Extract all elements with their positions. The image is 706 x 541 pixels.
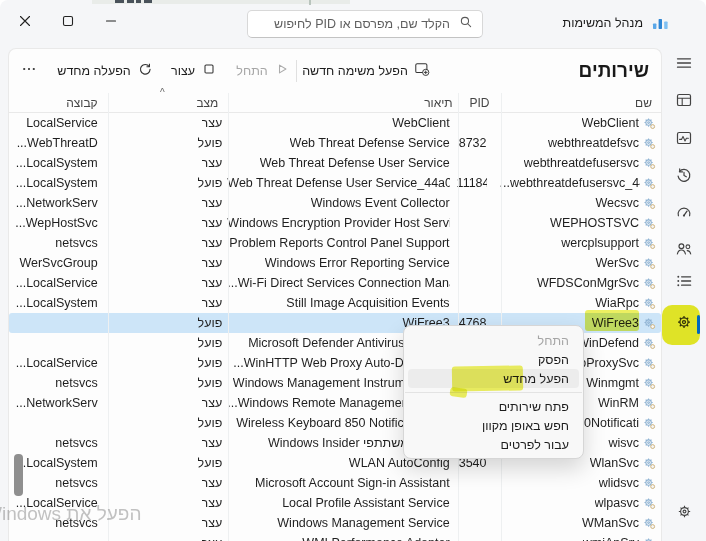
maximize-icon[interactable] xyxy=(57,10,79,32)
service-name: Winmgmt xyxy=(586,376,639,390)
service-cog-icon xyxy=(642,276,656,290)
service-name: wmiApSrv xyxy=(583,536,639,541)
service-cog-icon xyxy=(642,336,656,350)
service-cog-icon xyxy=(642,136,656,150)
service-group: ...LocalSystem xyxy=(16,296,98,310)
service-cog-icon xyxy=(642,476,656,490)
window-title: מנהל המשימות xyxy=(563,16,643,30)
table-row[interactable]: webthreatdefusersvc Web Threat Defense U… xyxy=(9,153,661,173)
task-manager-logo-icon xyxy=(652,14,669,31)
context-menu-item[interactable]: הפסק xyxy=(404,350,583,369)
service-description: Web Threat Defense Service xyxy=(290,136,450,150)
service-cog-icon xyxy=(642,356,656,370)
service-name: WManSvc xyxy=(582,516,639,530)
hamburger-menu-icon xyxy=(675,54,693,76)
app-history-icon xyxy=(675,166,693,188)
context-menu-item[interactable]: חפש באופן מקוון xyxy=(404,416,583,435)
service-description: ...Wi-Fi Direct Services Connection Mana… xyxy=(227,276,449,290)
restart-icon xyxy=(137,61,153,81)
active-tab-indicator xyxy=(697,315,700,334)
sidebar-item-users[interactable] xyxy=(662,235,706,267)
service-group: netsvcs xyxy=(55,436,97,450)
service-name: WiaRpc xyxy=(595,296,639,310)
minimize-icon[interactable] xyxy=(100,10,122,32)
table-row[interactable]: Wecsvc Windows Event Collector עצר ...Ne… xyxy=(9,193,661,213)
table-row[interactable]: WiaRpc Still Image Acquisition Events עצ… xyxy=(9,293,661,313)
restart-button[interactable]: הפעלה מחדש xyxy=(54,57,156,85)
services-icon xyxy=(675,313,693,335)
sidebar-item-app-history[interactable] xyxy=(662,161,706,193)
column-header-description[interactable]: תיאור xyxy=(227,93,456,112)
run-new-task-button[interactable]: הפעל משימה חדשה xyxy=(303,57,429,85)
service-group: ...LocalService xyxy=(16,356,98,370)
table-row[interactable]: WebClient WebClient עצר LocalService xyxy=(9,113,661,133)
content-panel: שירותים הפעל משימה חדשה התחל עצור הפעלה … xyxy=(8,48,662,541)
service-group: WerSvcGroup xyxy=(19,256,97,270)
service-description: Windows Encryption Provider Host Service xyxy=(227,216,449,230)
table-row[interactable]: WEPHOSTSVC Windows Encryption Provider H… xyxy=(9,213,661,233)
service-group: ...NetworkServ xyxy=(16,396,98,410)
service-name: WebClient xyxy=(582,116,639,130)
service-description: Windows Management Service xyxy=(277,516,449,530)
startup-apps-icon xyxy=(675,203,693,225)
service-status: עצר xyxy=(202,536,223,541)
close-icon[interactable] xyxy=(14,10,36,32)
service-name: webthreatdefusersvc xyxy=(524,156,639,170)
service-cog-icon xyxy=(642,436,656,450)
service-group: ...LocalService xyxy=(16,276,98,290)
service-group: ...LocalSystem xyxy=(16,456,98,470)
service-status: עצר xyxy=(202,436,223,450)
table-row[interactable]: webthreatdefsvc 8732 Web Threat Defense … xyxy=(9,133,661,153)
service-description: Problem Reports Control Panel Support xyxy=(229,236,449,250)
sidebar-item-hamburger-menu[interactable] xyxy=(662,49,706,81)
table-row[interactable]: wercplsupport Problem Reports Control Pa… xyxy=(9,233,661,253)
stop-square-icon xyxy=(201,61,217,81)
service-name: webthreatdefsvc xyxy=(548,136,639,150)
column-header-pid[interactable]: PID xyxy=(457,93,500,112)
search-input[interactable] xyxy=(257,16,452,32)
sidebar-item-processes[interactable] xyxy=(662,86,706,118)
service-status: עצר xyxy=(202,396,223,410)
column-header-group[interactable]: קבוצה xyxy=(9,93,108,112)
table-row[interactable]: ...webthreatdefusersvc_44 11184 Web Thre… xyxy=(9,173,661,193)
titlebar: מנהל המשימות xyxy=(0,0,706,48)
service-status: עצר xyxy=(202,476,223,490)
service-description: Still Image Acquisition Events xyxy=(286,296,449,310)
app-identity: מנהל המשימות xyxy=(563,14,669,31)
sidebar-item-startup-apps[interactable] xyxy=(662,198,706,230)
service-cog-icon xyxy=(642,376,656,390)
column-header-name[interactable]: שם xyxy=(500,93,662,112)
service-pid: 11184 xyxy=(457,176,487,190)
more-options-button[interactable] xyxy=(14,57,44,85)
performance-icon xyxy=(675,129,693,151)
context-menu-item[interactable]: עבור לפרטים xyxy=(404,435,583,454)
service-cog-icon xyxy=(642,256,656,270)
table-row[interactable]: wmiApSrv WMI Performance Adapter עצר xyxy=(9,533,661,541)
table-row[interactable]: wlidsvc Microsoft Account Sign-in Assist… xyxy=(9,473,661,493)
service-group: netsvcs xyxy=(55,476,97,490)
context-menu-item[interactable]: פתח שירותים xyxy=(404,397,583,416)
service-cog-icon xyxy=(642,536,656,541)
service-cog-icon xyxy=(643,176,656,190)
more-options-icon xyxy=(21,61,37,81)
table-row[interactable]: WFDSConMgrSvc ...Wi-Fi Direct Services C… xyxy=(9,273,661,293)
sidebar-item-details[interactable] xyxy=(662,267,706,299)
stop-button[interactable]: עצור xyxy=(159,57,229,85)
search-box[interactable] xyxy=(247,10,483,38)
sidebar-item-settings[interactable] xyxy=(662,500,706,526)
sidebar-item-performance[interactable] xyxy=(662,124,706,156)
column-header-status[interactable]: מצב xyxy=(108,93,228,112)
service-name: wlidsvc xyxy=(599,476,639,490)
service-name: WinRM xyxy=(598,396,639,410)
service-cog-icon xyxy=(642,296,656,310)
service-name: Wecsvc xyxy=(595,196,639,210)
service-group: ...WebThreatD xyxy=(17,136,98,150)
service-cog-icon xyxy=(642,516,656,530)
service-name: wercplsupport xyxy=(561,236,639,250)
table-row[interactable]: WerSvc Windows Error Reporting Service ע… xyxy=(9,253,661,273)
vertical-scrollbar-thumb[interactable] xyxy=(14,454,23,496)
menu-separator xyxy=(405,392,582,393)
service-status: פועל xyxy=(198,376,223,390)
context-menu-item[interactable]: הפעל מחדש xyxy=(408,369,579,388)
processes-icon xyxy=(675,91,693,113)
